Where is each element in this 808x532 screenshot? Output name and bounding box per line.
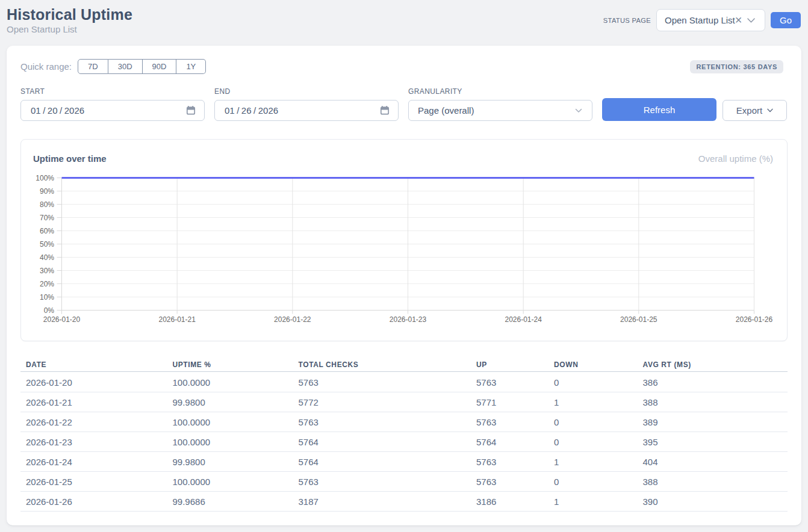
- svg-text:10%: 10%: [40, 292, 54, 301]
- svg-text:100%: 100%: [36, 173, 54, 182]
- svg-text:2026-01-20: 2026-01-20: [43, 315, 81, 324]
- svg-text:0%: 0%: [44, 306, 55, 314]
- svg-text:40%: 40%: [40, 253, 54, 261]
- svg-text:2026-01-24: 2026-01-24: [505, 315, 542, 324]
- svg-text:2026-01-26: 2026-01-26: [736, 315, 773, 324]
- svg-text:50%: 50%: [40, 240, 54, 248]
- svg-text:60%: 60%: [40, 226, 54, 235]
- svg-text:20%: 20%: [40, 279, 54, 288]
- svg-text:30%: 30%: [40, 266, 54, 274]
- svg-text:2026-01-23: 2026-01-23: [390, 315, 427, 324]
- svg-text:90%: 90%: [40, 187, 54, 195]
- svg-text:70%: 70%: [40, 213, 54, 221]
- svg-text:2026-01-25: 2026-01-25: [620, 315, 657, 324]
- svg-text:80%: 80%: [40, 200, 54, 208]
- svg-text:2026-01-21: 2026-01-21: [159, 315, 196, 324]
- svg-text:2026-01-22: 2026-01-22: [274, 315, 311, 324]
